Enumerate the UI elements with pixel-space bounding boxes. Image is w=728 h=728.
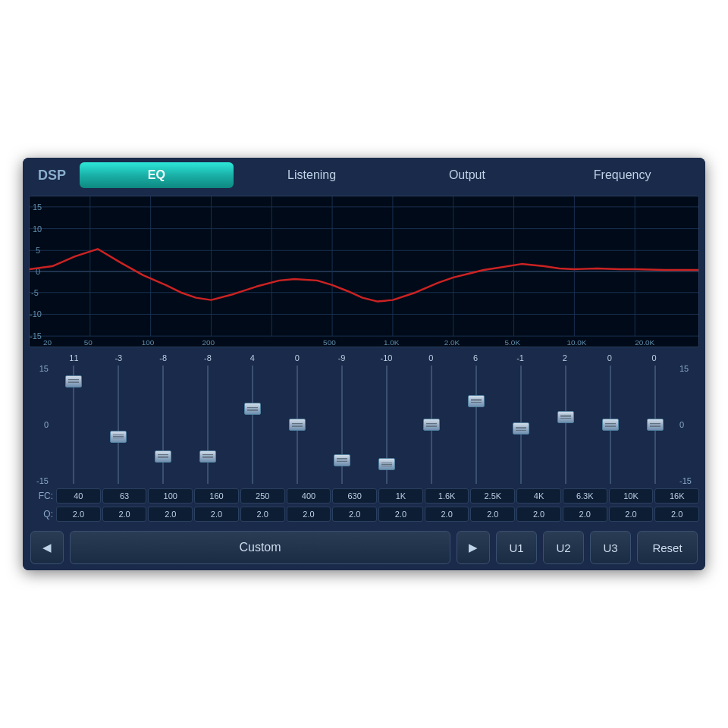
fader-track-9[interactable] <box>475 366 477 484</box>
scale-bot-left: -15 <box>32 476 49 485</box>
fc-cell-9[interactable]: 2.5K <box>470 488 515 504</box>
fader-handle-1[interactable] <box>110 431 127 443</box>
svg-text:5.0K: 5.0K <box>505 338 521 347</box>
fader-scale-left: 15 0 -15 <box>29 364 52 485</box>
fc-row: FC: 40631001602504006301K1.6K2.5K4K6.3K1… <box>29 488 699 504</box>
fader-track-7[interactable] <box>386 366 388 484</box>
prev-button[interactable]: ◀ <box>30 531 64 564</box>
q-cell-6[interactable]: 2.0 <box>332 507 377 522</box>
fc-cell-7[interactable]: 1K <box>378 488 423 504</box>
u3-button[interactable]: U3 <box>590 531 631 564</box>
fc-cells: 40631001602504006301K1.6K2.5K4K6.3K10K16… <box>56 488 699 504</box>
q-cell-0[interactable]: 2.0 <box>56 507 101 522</box>
fc-cell-13[interactable]: 16K <box>654 488 699 504</box>
fader-section: 11 -3 -8 -8 4 0 -9 -10 0 6 -1 2 0 0 15 <box>23 350 705 525</box>
app-container: DSP EQ Listening Output Frequency <box>23 158 705 570</box>
fader-handle-5[interactable] <box>289 419 306 431</box>
u2-button[interactable]: U2 <box>543 531 584 564</box>
fader-track-2[interactable] <box>162 366 164 484</box>
tab-listening[interactable]: Listening <box>235 162 389 188</box>
svg-text:-15: -15 <box>30 331 42 340</box>
fader-val-1: -3 <box>96 353 141 362</box>
fc-cell-2[interactable]: 100 <box>148 488 193 504</box>
fader-handle-3[interactable] <box>199 450 216 463</box>
fc-cell-3[interactable]: 160 <box>194 488 239 504</box>
fader-col-4 <box>231 364 274 485</box>
fader-track-13[interactable] <box>654 366 656 484</box>
tab-frequency[interactable]: Frequency <box>545 162 699 188</box>
fader-val-2: -8 <box>141 353 186 362</box>
u1-button[interactable]: U1 <box>496 531 537 564</box>
fader-val-11: 2 <box>542 353 587 362</box>
fc-cell-6[interactable]: 630 <box>332 488 377 504</box>
fc-cell-8[interactable]: 1.6K <box>425 488 469 504</box>
scale-mid-right: 0 <box>679 420 696 429</box>
fc-cell-5[interactable]: 400 <box>287 488 331 504</box>
fader-col-6 <box>320 364 363 485</box>
fader-track-3[interactable] <box>207 366 209 484</box>
q-row: Q: 2.02.02.02.02.02.02.02.02.02.02.02.02… <box>29 507 699 522</box>
fader-track-8[interactable] <box>431 366 432 484</box>
fader-handle-8[interactable] <box>423 419 440 431</box>
fader-handle-9[interactable] <box>468 395 485 407</box>
tab-eq[interactable]: EQ <box>80 162 234 188</box>
fader-val-9: 6 <box>453 353 498 362</box>
dsp-label: DSP <box>29 163 75 188</box>
fader-track-10[interactable] <box>520 366 522 484</box>
fader-handle-6[interactable] <box>334 454 350 466</box>
fader-track-0[interactable] <box>73 366 74 484</box>
fader-handle-7[interactable] <box>378 458 395 470</box>
fader-scale-right: 15 0 -15 <box>676 364 699 485</box>
svg-text:1.0K: 1.0K <box>384 338 400 347</box>
svg-text:10.0K: 10.0K <box>566 338 586 347</box>
fader-handle-12[interactable] <box>602 419 619 431</box>
fader-track-1[interactable] <box>118 366 119 484</box>
fader-track-5[interactable] <box>297 366 298 484</box>
fc-cell-4[interactable]: 250 <box>240 488 285 504</box>
q-cell-2[interactable]: 2.0 <box>148 507 193 522</box>
tab-output[interactable]: Output <box>391 162 544 188</box>
fader-track-4[interactable] <box>252 366 253 484</box>
fader-handle-0[interactable] <box>65 375 82 388</box>
q-cell-4[interactable]: 2.0 <box>240 507 285 522</box>
fader-val-5: 0 <box>275 353 319 362</box>
q-cell-11[interactable]: 2.0 <box>563 507 607 522</box>
fader-val-4: 4 <box>230 353 275 362</box>
fader-handle-13[interactable] <box>647 419 664 431</box>
fader-track-6[interactable] <box>341 366 343 484</box>
q-cell-9[interactable]: 2.0 <box>470 507 515 522</box>
fc-cell-12[interactable]: 10K <box>609 488 654 504</box>
q-cells: 2.02.02.02.02.02.02.02.02.02.02.02.02.02… <box>56 507 699 522</box>
fader-values-row: 11 -3 -8 -8 4 0 -9 -10 0 6 -1 2 0 0 <box>29 353 699 362</box>
q-cell-12[interactable]: 2.0 <box>609 507 654 522</box>
q-cell-7[interactable]: 2.0 <box>378 507 423 522</box>
preset-button[interactable]: Custom <box>70 531 450 564</box>
q-cell-5[interactable]: 2.0 <box>287 507 331 522</box>
svg-text:200: 200 <box>202 338 215 347</box>
svg-text:500: 500 <box>323 338 336 347</box>
fader-col-2 <box>141 364 184 485</box>
fc-cell-11[interactable]: 6.3K <box>563 488 607 504</box>
fader-track-12[interactable] <box>610 366 611 484</box>
fader-handle-10[interactable] <box>513 422 529 435</box>
fader-val-12: 0 <box>587 353 632 362</box>
q-cell-10[interactable]: 2.0 <box>516 507 561 522</box>
fader-val-8: 0 <box>409 353 453 362</box>
fc-cell-1[interactable]: 63 <box>102 488 147 504</box>
fc-cell-0[interactable]: 40 <box>56 488 101 504</box>
tab-bar: DSP EQ Listening Output Frequency <box>23 158 705 193</box>
q-cell-13[interactable]: 2.0 <box>654 507 699 522</box>
fader-handle-2[interactable] <box>155 450 171 463</box>
svg-text:15: 15 <box>33 202 42 212</box>
next-button[interactable]: ▶ <box>457 531 490 564</box>
q-cell-8[interactable]: 2.0 <box>425 507 469 522</box>
eq-graph: 15 10 5 0 -5 -10 -15 20 50 100 200 500 1… <box>29 196 699 347</box>
q-cell-3[interactable]: 2.0 <box>194 507 239 522</box>
fader-handle-11[interactable] <box>557 411 574 423</box>
fader-track-11[interactable] <box>565 366 566 484</box>
fc-cell-10[interactable]: 4K <box>516 488 561 504</box>
scale-mid-left: 0 <box>32 420 49 429</box>
q-cell-1[interactable]: 2.0 <box>102 507 147 522</box>
reset-button[interactable]: Reset <box>637 531 698 564</box>
fader-handle-4[interactable] <box>244 403 261 415</box>
